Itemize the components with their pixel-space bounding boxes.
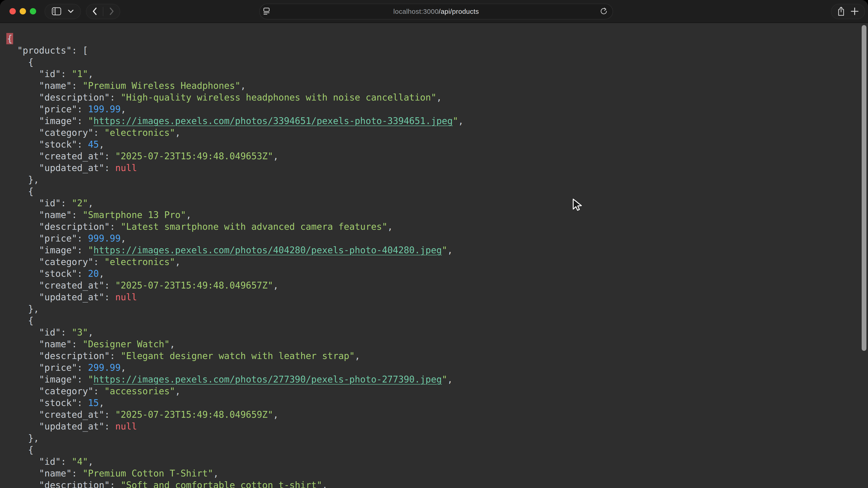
json-line: "updated_at": null: [6, 291, 855, 303]
reload-button[interactable]: [600, 7, 608, 16]
navigation-button-group: [86, 4, 120, 19]
json-line: "stock": 20,: [6, 268, 855, 280]
window-controls: [9, 0, 36, 23]
sidebar-button-group: [44, 4, 81, 19]
sidebar-toggle-button[interactable]: [52, 4, 61, 19]
zoom-button[interactable]: [30, 8, 36, 14]
json-line: "id": "3",: [6, 326, 855, 338]
nav-divider: [103, 7, 103, 16]
json-line: "id": "1",: [6, 68, 855, 80]
page-content: {"products": [{"id": "1","name": "Premiu…: [0, 24, 868, 488]
json-line: "name": "Smartphone 13 Pro",: [6, 209, 855, 221]
sidebar-icon: [52, 7, 61, 16]
json-line: "category": "accessories",: [6, 385, 855, 397]
json-line: "price": 299.99,: [6, 362, 855, 373]
json-line: {: [6, 186, 855, 197]
json-line: "products": [: [6, 44, 855, 56]
image-url-link[interactable]: https://images.pexels.com/photos/404280/…: [93, 245, 442, 255]
json-line: "name": "Premium Wireless Headphones",: [6, 80, 855, 92]
json-line: "category": "electronics",: [6, 256, 855, 268]
json-line: {: [6, 444, 855, 456]
json-line: "id": "4",: [6, 456, 855, 467]
forward-button[interactable]: [110, 4, 114, 19]
json-line: "description": "Soft and comfortable cot…: [6, 479, 855, 488]
json-line: },: [6, 303, 855, 315]
json-line: {: [6, 315, 855, 326]
image-url-link[interactable]: https://images.pexels.com/photos/3394651…: [93, 116, 453, 126]
json-line: "name": "Designer Watch",: [6, 338, 855, 350]
url-text: localhost:3000/api/products: [260, 8, 613, 15]
json-line: "stock": 15,: [6, 397, 855, 409]
browser-toolbar: localhost:3000/api/products: [0, 0, 868, 23]
reload-icon: [600, 13, 608, 16]
minimize-button[interactable]: [20, 8, 26, 14]
share-button-group: [831, 4, 865, 19]
json-line: "id": "2",: [6, 197, 855, 209]
json-content: {"products": [{"id": "1","name": "Premiu…: [6, 33, 855, 488]
json-line: "created_at": "2025-07-23T15:49:48.04965…: [6, 280, 855, 291]
json-line: "price": 999.99,: [6, 232, 855, 244]
page-settings-button[interactable]: [264, 8, 270, 15]
json-line: "category": "electronics",: [6, 127, 855, 138]
back-button[interactable]: [92, 4, 97, 19]
json-line: "description": "Latest smartphone with a…: [6, 221, 855, 232]
close-button[interactable]: [9, 8, 16, 14]
tab-group-menu-button[interactable]: [68, 4, 74, 19]
page-settings-icon: [264, 12, 270, 15]
json-line: {: [6, 33, 855, 44]
json-line: },: [6, 174, 855, 186]
json-line: "stock": 45,: [6, 138, 855, 150]
json-line: "description": "High-quality wireless he…: [6, 92, 855, 103]
json-line: "price": 199.99,: [6, 103, 855, 115]
address-bar[interactable]: localhost:3000/api/products: [259, 4, 613, 20]
json-line: "updated_at": null: [6, 420, 855, 432]
url-host: localhost:3000: [393, 8, 438, 15]
vertical-scrollbar[interactable]: [862, 25, 866, 351]
url-path: /api/products: [439, 8, 479, 15]
image-url-link[interactable]: https://images.pexels.com/photos/277390/…: [93, 374, 442, 385]
chevron-down-icon: [68, 9, 74, 14]
json-line: "image": "https://images.pexels.com/phot…: [6, 115, 855, 127]
json-line: "created_at": "2025-07-23T15:49:48.04965…: [6, 150, 855, 162]
json-line: "image": "https://images.pexels.com/phot…: [6, 244, 855, 256]
safari-window: localhost:3000/api/products: [0, 0, 868, 488]
chevron-right-icon: [110, 7, 114, 16]
share-icon: [837, 6, 845, 17]
json-line: "image": "https://images.pexels.com/phot…: [6, 373, 855, 385]
chevron-left-icon: [92, 7, 97, 16]
json-line: },: [6, 432, 855, 444]
root-open-brace: {: [6, 33, 13, 44]
share-button[interactable]: [837, 4, 845, 19]
json-line: {: [6, 56, 855, 68]
json-line: "created_at": "2025-07-23T15:49:48.04965…: [6, 409, 855, 420]
json-line: "updated_at": null: [6, 162, 855, 174]
plus-icon: [851, 7, 859, 16]
json-line: "name": "Premium Cotton T-Shirt",: [6, 467, 855, 479]
json-line: "description": "Elegant designer watch w…: [6, 350, 855, 362]
new-tab-button[interactable]: [851, 4, 859, 19]
